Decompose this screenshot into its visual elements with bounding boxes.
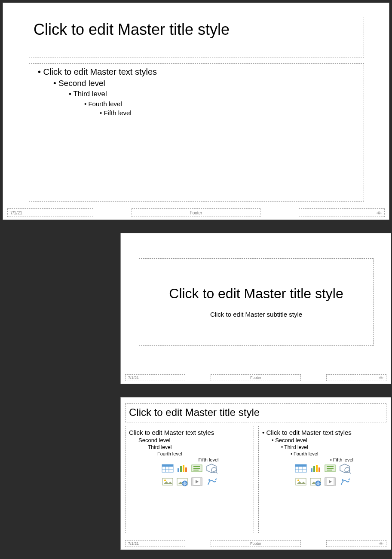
insert-stock-icon[interactable] xyxy=(338,476,351,487)
title-placeholder[interactable]: Click to edit Master title style xyxy=(125,403,386,422)
footer-row: 7/1/21 Footer ‹#› xyxy=(121,374,391,381)
level-5: Fifth level xyxy=(167,457,250,462)
title-placeholder[interactable]: Click to edit Master title style xyxy=(29,17,364,58)
content-right-placeholder[interactable]: Click to edit Master text styles Second … xyxy=(258,426,387,533)
insert-video-icon[interactable] xyxy=(190,476,203,487)
footer-row: 7/1/21 Footer ‹#› xyxy=(121,540,391,547)
level-1: Click to edit Master text styles xyxy=(129,429,250,436)
insert-online-picture-icon[interactable] xyxy=(309,476,322,487)
insert-stock-icon[interactable] xyxy=(205,476,218,487)
date-placeholder[interactable]: 7/1/21 xyxy=(125,540,185,547)
level-2: Second level xyxy=(272,437,383,443)
slidenum-placeholder[interactable]: ‹#› xyxy=(326,374,386,381)
insert-online-picture-icon[interactable] xyxy=(176,476,189,487)
content-icon-palette xyxy=(294,463,351,487)
date-placeholder[interactable]: 7/1/21 xyxy=(7,208,93,217)
slidenum-placeholder[interactable]: ‹#› xyxy=(299,208,385,217)
slidenum-placeholder[interactable]: ‹#› xyxy=(326,540,386,547)
level-2: Second level xyxy=(138,437,250,443)
slide-master: Click to edit Master title style Click t… xyxy=(3,3,389,220)
footer-placeholder[interactable]: Footer xyxy=(132,208,260,217)
title-text: Click to edit Master title style xyxy=(34,21,230,38)
footer-placeholder[interactable]: Footer xyxy=(211,540,301,547)
slide-title-layout: Click to edit Master title style Click t… xyxy=(120,233,391,384)
footer-placeholder[interactable]: Footer xyxy=(211,374,301,381)
level-4: Fourth level xyxy=(291,451,383,456)
level-4: Fourth level xyxy=(84,100,358,107)
insert-table-icon[interactable] xyxy=(161,463,174,474)
level-1: Click to edit Master text styles xyxy=(262,429,383,436)
content-left-placeholder[interactable]: Click to edit Master text styles Second … xyxy=(125,426,254,533)
level-5: Fifth level xyxy=(100,109,358,116)
insert-table-icon[interactable] xyxy=(294,463,307,474)
insert-3dmodel-icon[interactable] xyxy=(205,463,218,474)
footer-row: 7/1/21 Footer ‹#› xyxy=(3,208,389,217)
level-3: Third level xyxy=(148,444,250,450)
subtitle-text: Click to edit Master subtitle style xyxy=(210,311,302,318)
insert-3dmodel-icon[interactable] xyxy=(338,463,351,474)
title-text: Click to edit Master title style xyxy=(129,406,260,418)
subtitle-placeholder[interactable]: Click to edit Master subtitle style xyxy=(139,309,374,322)
insert-smartart-icon[interactable] xyxy=(324,463,337,474)
level-3: Third level xyxy=(69,90,358,98)
insert-video-icon[interactable] xyxy=(324,476,337,487)
body-placeholder[interactable]: Click to edit Master text styles Second … xyxy=(29,63,364,202)
level-1: Click to edit Master text styles xyxy=(38,67,358,77)
insert-picture-icon[interactable] xyxy=(161,476,174,487)
insert-chart-icon[interactable] xyxy=(176,463,189,474)
slide-two-content-layout: Click to edit Master title style Click t… xyxy=(120,397,391,550)
insert-smartart-icon[interactable] xyxy=(190,463,203,474)
insert-picture-icon[interactable] xyxy=(294,476,307,487)
title-placeholder[interactable]: Click to edit Master title style xyxy=(139,285,374,307)
insert-chart-icon[interactable] xyxy=(309,463,322,474)
level-3: Third level xyxy=(281,444,383,450)
level-5: Fifth level xyxy=(300,457,383,462)
content-icon-palette xyxy=(161,463,218,487)
date-placeholder[interactable]: 7/1/21 xyxy=(125,374,185,381)
title-text: Click to edit Master title style xyxy=(169,286,343,301)
level-4: Fourth level xyxy=(157,451,250,456)
level-2: Second level xyxy=(53,79,358,88)
